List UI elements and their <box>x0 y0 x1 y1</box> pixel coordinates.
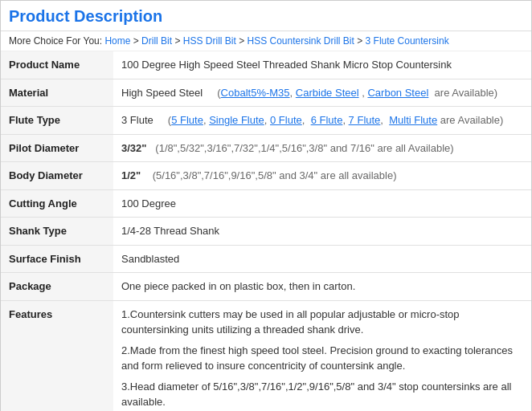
label-surface-finish: Surface Finish <box>1 245 113 273</box>
features-list: 1.Countersink cutters may be used in all… <box>121 307 523 412</box>
breadcrumb-drill-bit[interactable]: Drill Bit <box>141 35 172 47</box>
material-carbon[interactable]: Carbon Steel <box>367 87 428 99</box>
flute-value: 3 Flute <box>121 114 153 126</box>
table-row: Surface Finish Sandblasted <box>1 245 531 273</box>
flute-5[interactable]: 5 Flute <box>171 114 203 126</box>
table-row: Body Diameter 1/2" (5/16",3/8",7/16",9/1… <box>1 162 531 190</box>
value-shank-type: 1/4-28 Thread Shank <box>113 218 531 246</box>
breadcrumb-prefix: More Choice For You: <box>9 35 102 47</box>
table-row: Cutting Angle 100 Degree <box>1 189 531 218</box>
page-title: Product Description <box>1 1 531 31</box>
label-flute-type: Flute Type <box>1 107 113 135</box>
label-shank-type: Shank Type <box>1 218 113 246</box>
table-row: Pilot Diameter 3/32" (1/8",5/32",3/16",7… <box>1 134 531 162</box>
material-cobalt[interactable]: Cobalt5%-M35 <box>221 87 290 99</box>
breadcrumb-hss-countersink[interactable]: HSS Countersink Drill Bit <box>248 35 354 47</box>
body-main-value: 1/2" <box>121 169 141 181</box>
product-description-container: Product Description More Choice For You:… <box>0 0 532 411</box>
table-row-features: Features 1.Countersink cutters may be us… <box>1 300 531 411</box>
list-item: 3.Head diameter of 5/16",3/8",7/16",1/2"… <box>121 379 523 410</box>
table-row: Package One piece packed in on plastic b… <box>1 273 531 301</box>
value-product-name: 100 Degree High Speed Steel Threaded Sha… <box>113 51 531 79</box>
list-item: 1.Countersink cutters may be used in all… <box>121 307 523 338</box>
table-row: Shank Type 1/4-28 Thread Shank <box>1 218 531 246</box>
table-row: Product Name 100 Degree High Speed Steel… <box>1 51 531 79</box>
label-package: Package <box>1 273 113 301</box>
value-cutting-angle: 100 Degree <box>113 189 531 218</box>
value-surface-finish: Sandblasted <box>113 245 531 273</box>
breadcrumb-hss-drill-bit[interactable]: HSS Drill Bit <box>183 35 236 47</box>
material-value: High Speed Steel <box>121 87 203 99</box>
label-pilot-diameter: Pilot Diameter <box>1 134 113 162</box>
breadcrumb-3-flute[interactable]: 3 Flute Countersink <box>366 35 449 47</box>
flute-single[interactable]: Single Flute <box>209 114 264 126</box>
breadcrumb: More Choice For You: Home > Drill Bit > … <box>1 31 531 51</box>
body-detail: (5/16",3/8",7/16",9/16",5/8" and 3/4" ar… <box>144 169 397 181</box>
specs-table: Product Name 100 Degree High Speed Steel… <box>1 51 531 411</box>
list-item: 2.Made from the finest high speed tool s… <box>121 343 523 374</box>
value-material: High Speed Steel (Cobalt5%-M35, Carbide … <box>113 79 531 107</box>
breadcrumb-home[interactable]: Home <box>104 35 130 47</box>
material-paren-open: ( <box>206 87 221 99</box>
value-features: 1.Countersink cutters may be used in all… <box>113 300 531 411</box>
value-body-diameter: 1/2" (5/16",3/8",7/16",9/16",5/8" and 3/… <box>113 162 531 190</box>
pilot-main-value: 3/32" <box>121 142 146 154</box>
flute-multi[interactable]: Multi Flute <box>389 114 437 126</box>
label-body-diameter: Body Diameter <box>1 162 113 190</box>
flute-0[interactable]: 0 Flute <box>270 114 302 126</box>
label-product-name: Product Name <box>1 51 113 79</box>
value-pilot-diameter: 3/32" (1/8",5/32",3/16",7/32",1/4",5/16"… <box>113 134 531 162</box>
label-cutting-angle: Cutting Angle <box>1 189 113 218</box>
pilot-detail: (1/8",5/32",3/16",7/32",1/4",5/16",3/8" … <box>149 142 454 154</box>
label-material: Material <box>1 79 113 107</box>
flute-6[interactable]: 6 Flute <box>311 114 343 126</box>
table-row: Flute Type 3 Flute (5 Flute, Single Flut… <box>1 107 531 135</box>
value-package: One piece packed in on plastic box, then… <box>113 273 531 301</box>
flute-7[interactable]: 7 Flute <box>349 114 381 126</box>
material-carbide[interactable]: Carbide Steel <box>296 87 359 99</box>
value-flute-type: 3 Flute (5 Flute, Single Flute, 0 Flute,… <box>113 107 531 135</box>
label-features: Features <box>1 300 113 411</box>
table-row: Material High Speed Steel (Cobalt5%-M35,… <box>1 79 531 107</box>
